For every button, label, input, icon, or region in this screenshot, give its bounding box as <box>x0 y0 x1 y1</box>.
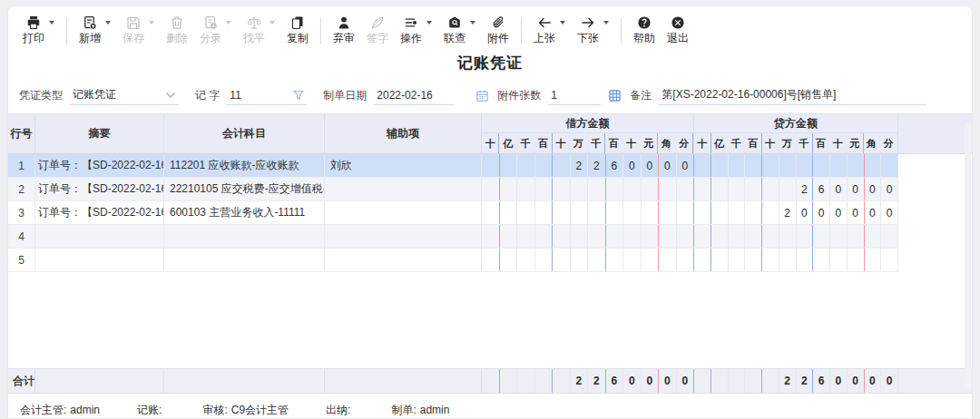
credit-digit-cell[interactable]: 2 <box>779 201 797 224</box>
credit-digit-cell[interactable]: 0 <box>865 178 882 200</box>
credit-digit-cell[interactable] <box>694 225 711 248</box>
credit-digit-cell[interactable] <box>830 154 848 177</box>
grid-icon[interactable] <box>609 90 621 102</box>
credit-digit-cell[interactable] <box>813 225 830 248</box>
credit-digit-cell[interactable] <box>813 248 830 271</box>
debit-digit-cell[interactable] <box>571 201 589 224</box>
summary-cell[interactable]: 订单号：【SD-2022-02-16-00003... <box>35 178 164 200</box>
credit-digit-cell[interactable] <box>729 178 746 200</box>
credit-digit-cell[interactable] <box>729 225 746 248</box>
print-button[interactable]: 打印 <box>23 15 54 44</box>
debit-digit-cell[interactable] <box>482 178 500 200</box>
linked-query-button[interactable]: 联查 <box>444 15 475 44</box>
credit-digit-cell[interactable] <box>762 201 779 224</box>
summary-cell[interactable]: 订单号：【SD-2022-02-16-00003... <box>35 154 164 177</box>
credit-digit-cell[interactable]: 6 <box>813 178 830 200</box>
debit-digit-cell[interactable] <box>553 225 571 248</box>
debit-digit-cell[interactable] <box>659 201 677 224</box>
credit-digit-cell[interactable] <box>865 225 882 248</box>
debit-digit-cell[interactable] <box>659 225 677 248</box>
debit-digit-cell[interactable] <box>517 201 535 224</box>
chevron-down-icon[interactable] <box>165 92 176 99</box>
row-number-cell[interactable]: 1 <box>8 154 35 177</box>
dropdown-caret-icon[interactable] <box>105 21 111 24</box>
debit-digit-cell[interactable] <box>482 225 500 248</box>
credit-digit-cell[interactable]: 0 <box>830 178 848 200</box>
debit-digit-cell[interactable] <box>571 225 589 248</box>
auxiliary-cell[interactable]: 刘欣 <box>325 154 482 177</box>
unapprove-button[interactable]: 弃审 <box>333 15 355 44</box>
credit-digit-cell[interactable]: 2 <box>797 178 814 200</box>
dropdown-caret-icon[interactable] <box>603 21 609 24</box>
next-voucher-button[interactable]: 下张 <box>577 15 609 44</box>
debit-digit-cell[interactable] <box>623 225 642 248</box>
credit-digit-cell[interactable] <box>694 154 711 177</box>
row-number-cell[interactable]: 3 <box>8 201 35 224</box>
credit-digit-cell[interactable]: 0 <box>881 178 898 200</box>
debit-digit-cell[interactable] <box>623 248 642 271</box>
debit-digit-cell[interactable] <box>677 248 695 271</box>
credit-digit-cell[interactable] <box>694 201 711 224</box>
credit-digit-cell[interactable] <box>865 248 882 271</box>
debit-digit-cell[interactable] <box>517 178 535 200</box>
row-number-cell[interactable]: 2 <box>8 178 35 200</box>
credit-digit-cell[interactable]: 0 <box>813 201 830 224</box>
credit-digit-cell[interactable] <box>830 225 848 248</box>
credit-digit-cell[interactable] <box>848 248 865 271</box>
credit-digit-cell[interactable] <box>729 201 746 224</box>
credit-digit-cell[interactable] <box>797 248 814 271</box>
debit-digit-cell[interactable] <box>500 178 518 200</box>
auxiliary-cell[interactable] <box>325 225 482 248</box>
debit-digit-cell[interactable] <box>571 248 589 271</box>
debit-digit-cell[interactable] <box>500 201 518 224</box>
debit-digit-cell[interactable]: 6 <box>606 154 624 177</box>
debit-digit-cell[interactable] <box>677 201 695 224</box>
debit-digit-cell[interactable] <box>588 178 606 200</box>
dropdown-caret-icon[interactable] <box>426 21 432 24</box>
debit-digit-cell[interactable] <box>535 201 554 224</box>
debit-digit-cell[interactable] <box>642 178 660 200</box>
credit-digit-cell[interactable] <box>881 154 898 177</box>
attachment-count-input[interactable]: 1 <box>548 85 601 105</box>
debit-digit-cell[interactable]: 0 <box>623 154 642 177</box>
debit-digit-cell[interactable] <box>482 154 500 177</box>
credit-digit-cell[interactable] <box>779 248 797 271</box>
summary-cell[interactable] <box>35 225 164 248</box>
debit-digit-cell[interactable] <box>623 201 642 224</box>
debit-digit-cell[interactable] <box>535 248 554 271</box>
summary-cell[interactable] <box>35 248 164 271</box>
credit-digit-cell[interactable] <box>729 154 746 177</box>
debit-digit-cell[interactable] <box>588 248 606 271</box>
credit-digit-cell[interactable] <box>848 225 865 248</box>
credit-digit-cell[interactable] <box>762 178 779 200</box>
credit-digit-cell[interactable] <box>762 225 779 248</box>
credit-digit-cell[interactable] <box>881 248 898 271</box>
account-cell[interactable] <box>164 248 325 271</box>
debit-digit-cell[interactable] <box>588 201 606 224</box>
auxiliary-cell[interactable] <box>325 201 482 224</box>
debit-digit-cell[interactable] <box>535 154 554 177</box>
debit-digit-cell[interactable]: 0 <box>677 154 695 177</box>
debit-digit-cell[interactable] <box>517 154 535 177</box>
debit-digit-cell[interactable] <box>500 154 518 177</box>
debit-digit-cell[interactable] <box>571 178 589 200</box>
debit-digit-cell[interactable] <box>659 248 677 271</box>
credit-digit-cell[interactable] <box>797 154 814 177</box>
credit-digit-cell[interactable] <box>711 178 729 200</box>
credit-digit-cell[interactable] <box>762 154 779 177</box>
credit-digit-cell[interactable] <box>745 154 762 177</box>
credit-digit-cell[interactable] <box>830 248 848 271</box>
account-cell[interactable]: 22210105 应交税费-应交增值税-销项税款 <box>164 178 325 200</box>
debit-digit-cell[interactable] <box>517 248 535 271</box>
debit-digit-cell[interactable] <box>642 248 660 271</box>
credit-digit-cell[interactable]: 0 <box>848 201 865 224</box>
debit-digit-cell[interactable]: 0 <box>642 154 660 177</box>
credit-digit-cell[interactable] <box>762 248 779 271</box>
credit-digit-cell[interactable] <box>694 248 711 271</box>
debit-digit-cell[interactable] <box>535 178 554 200</box>
word-no-input[interactable]: 11 <box>227 85 307 105</box>
auxiliary-cell[interactable] <box>325 178 482 200</box>
debit-digit-cell[interactable] <box>553 154 571 177</box>
credit-digit-cell[interactable] <box>711 248 729 271</box>
date-input[interactable]: 2022-02-16 <box>374 85 454 105</box>
